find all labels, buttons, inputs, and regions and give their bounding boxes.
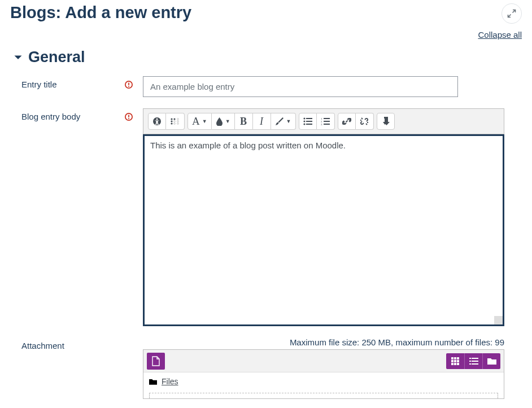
unlink-icon (360, 117, 369, 126)
file-dropzone[interactable] (149, 393, 498, 398)
svg-rect-5 (128, 118, 129, 119)
svg-point-12 (174, 121, 176, 122)
indent-button[interactable] (377, 113, 395, 130)
svg-rect-30 (454, 357, 456, 359)
unlink-button[interactable] (356, 113, 374, 130)
caret-down-icon: ▼ (202, 119, 207, 124)
bullet-list-button[interactable] (299, 113, 317, 130)
list-ul-icon (303, 117, 312, 125)
svg-text:3: 3 (321, 123, 322, 125)
svg-rect-36 (454, 363, 456, 365)
indent-arrow-icon (382, 117, 390, 126)
svg-point-10 (171, 122, 172, 124)
view-grid-button[interactable] (446, 353, 464, 369)
grid-icon (451, 357, 459, 365)
svg-rect-34 (457, 360, 459, 362)
svg-point-19 (303, 120, 305, 122)
svg-rect-42 (469, 363, 471, 365)
label-entry-title: Entry title (21, 80, 57, 89)
svg-rect-43 (472, 363, 478, 365)
chevron-down-icon (14, 53, 23, 62)
svg-rect-1 (128, 82, 129, 85)
folder-icon (487, 357, 496, 365)
fullscreen-toggle[interactable] (502, 3, 522, 24)
section-general-title: General (28, 49, 85, 66)
svg-point-8 (171, 118, 172, 120)
font-label: A (192, 115, 200, 128)
caret-down-icon: ▼ (225, 119, 230, 124)
label-blog-body: Blog entry body (21, 112, 80, 121)
folder-glyph-icon (149, 378, 157, 385)
svg-rect-29 (451, 357, 453, 359)
list-icon (469, 358, 478, 365)
screenreader-button[interactable] (166, 113, 185, 130)
svg-rect-28 (324, 124, 330, 125)
accessibility-icon (152, 117, 162, 126)
italic-button[interactable]: I (253, 113, 271, 130)
view-list-button[interactable] (464, 353, 482, 369)
caret-down-icon: ▼ (286, 119, 291, 124)
entry-title-input[interactable] (143, 76, 458, 97)
svg-point-17 (303, 117, 305, 119)
svg-point-13 (174, 123, 176, 125)
svg-point-21 (303, 123, 305, 125)
svg-point-14 (177, 119, 179, 120)
accessibility-button[interactable] (148, 113, 166, 130)
svg-rect-26 (324, 121, 330, 122)
collapse-all-link[interactable]: Collapse all (10, 30, 522, 40)
attachment-limits: Maximum file size: 250 MB, maximum numbe… (143, 337, 504, 347)
svg-rect-2 (128, 86, 129, 87)
svg-point-11 (173, 118, 175, 120)
required-icon (125, 81, 133, 89)
svg-rect-38 (469, 358, 471, 359)
files-breadcrumb-link[interactable]: Files (162, 377, 178, 386)
bold-button[interactable]: B (235, 113, 253, 130)
svg-point-9 (171, 120, 172, 122)
svg-point-16 (177, 123, 179, 125)
svg-rect-20 (306, 121, 312, 122)
svg-rect-41 (472, 361, 478, 362)
page-title: Blogs: Add a new entry (10, 3, 191, 22)
label-attachment: Attachment (21, 341, 64, 350)
link-icon (342, 117, 351, 126)
svg-rect-40 (469, 361, 471, 362)
link-button[interactable] (338, 113, 356, 130)
svg-point-7 (156, 119, 158, 120)
required-icon (125, 113, 133, 121)
svg-rect-31 (457, 357, 459, 359)
list-ol-icon: 123 (321, 117, 330, 125)
svg-rect-22 (306, 124, 312, 125)
brush-button[interactable]: ▼ (271, 113, 296, 130)
file-picker: Files (143, 349, 504, 399)
svg-rect-33 (454, 360, 456, 362)
svg-rect-32 (451, 360, 453, 362)
font-style-button[interactable]: A▼ (187, 113, 212, 130)
blog-body-editor[interactable]: This is an example of a blog post writte… (143, 134, 504, 326)
svg-rect-4 (128, 115, 129, 117)
section-general-toggle[interactable]: General (14, 49, 522, 66)
editor-toolbar: A▼ ▼ B I ▼ (143, 108, 504, 134)
braille-icon (170, 117, 180, 125)
file-icon (152, 356, 160, 366)
svg-point-15 (177, 121, 179, 122)
italic-label: I (260, 116, 263, 128)
paintbrush-icon (275, 117, 284, 126)
expand-icon (507, 9, 516, 18)
svg-rect-18 (306, 118, 312, 119)
ink-drop-icon (216, 117, 223, 126)
svg-rect-24 (324, 118, 330, 119)
svg-rect-35 (451, 363, 453, 365)
text-color-button[interactable]: ▼ (212, 113, 235, 130)
numbered-list-button[interactable]: 123 (317, 113, 335, 130)
view-tree-button[interactable] (482, 353, 500, 369)
svg-rect-37 (457, 363, 459, 365)
svg-rect-39 (472, 358, 478, 359)
editor-content-text: This is an example of a blog post writte… (150, 141, 346, 150)
bold-label: B (240, 116, 247, 128)
add-file-button[interactable] (147, 353, 165, 370)
